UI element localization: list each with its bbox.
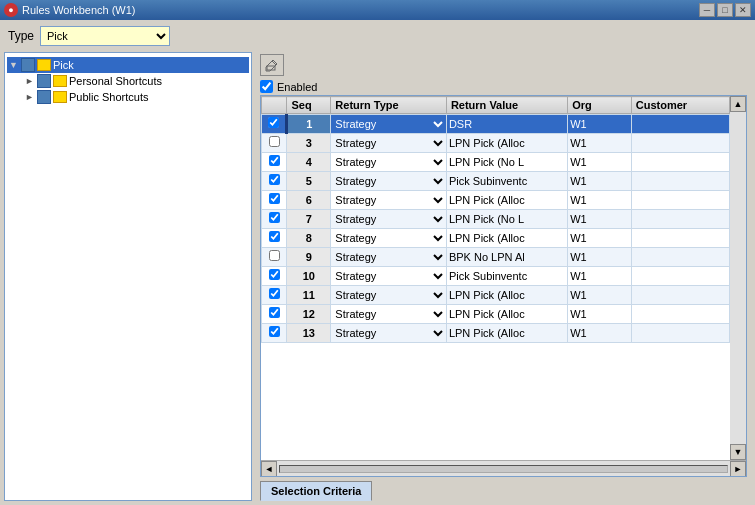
tree-panel: ▼ Pick ► Personal Shortcuts (5, 53, 251, 109)
row-checkbox[interactable] (269, 307, 280, 318)
tree-item-pick[interactable]: ▼ Pick (7, 57, 249, 73)
row-checkbox[interactable] (269, 212, 280, 223)
row-return-type[interactable]: Strategy (331, 153, 447, 172)
row-return-type[interactable]: Strategy (331, 210, 447, 229)
row-return-type[interactable]: Strategy (331, 248, 447, 267)
return-type-select[interactable]: Strategy (331, 172, 446, 190)
vertical-scrollbar[interactable]: ▲ ▼ (730, 96, 746, 460)
row-return-value: LPN Pick (Alloc (446, 305, 567, 324)
col-header-return-value[interactable]: Return Value (446, 97, 567, 114)
return-type-select[interactable]: Strategy (331, 191, 446, 209)
row-return-value: LPN Pick (Alloc (446, 191, 567, 210)
scroll-left-btn[interactable]: ◄ (261, 461, 277, 477)
tab-selection-criteria[interactable]: Selection Criteria (260, 481, 372, 501)
row-customer (631, 191, 729, 210)
tree-item-personal-label: Personal Shortcuts (69, 75, 162, 87)
row-seq: 12 (287, 305, 331, 324)
row-checkbox[interactable] (269, 250, 280, 261)
row-seq: 9 (287, 248, 331, 267)
main-window: Type Pick ▼ Pick ► (0, 20, 755, 505)
row-org: W1 (568, 134, 632, 153)
close-button[interactable]: ✕ (735, 3, 751, 17)
col-header-customer[interactable]: Customer (631, 97, 729, 114)
row-checkbox[interactable] (269, 193, 280, 204)
row-customer (631, 286, 729, 305)
tree-item-public-shortcuts[interactable]: ► Public Shortcuts (7, 89, 249, 105)
return-type-select[interactable]: Strategy (331, 153, 446, 171)
row-return-type[interactable]: Strategy (331, 191, 447, 210)
row-org: W1 (568, 153, 632, 172)
row-return-value: BPK No LPN Al (446, 248, 567, 267)
row-return-value: LPN Pick (No L (446, 153, 567, 172)
row-return-type[interactable]: Strategy (331, 134, 447, 153)
row-org: W1 (568, 248, 632, 267)
row-checkbox[interactable] (269, 174, 280, 185)
tree-item-personal-shortcuts[interactable]: ► Personal Shortcuts (7, 73, 249, 89)
row-return-type[interactable]: Strategy (331, 172, 447, 191)
row-checkbox[interactable] (268, 117, 279, 128)
row-return-type[interactable]: Strategy (331, 305, 447, 324)
horizontal-scrollbar[interactable]: ◄ ► (261, 460, 746, 476)
row-customer (631, 248, 729, 267)
row-checkbox[interactable] (269, 155, 280, 166)
return-type-select[interactable]: Strategy (331, 229, 446, 247)
return-type-select[interactable]: Strategy (331, 286, 446, 304)
row-checkbox[interactable] (269, 136, 280, 147)
row-org: W1 (568, 305, 632, 324)
row-return-type[interactable]: Strategy (331, 267, 447, 286)
return-type-select[interactable]: Strategy (331, 210, 446, 228)
table-row: 3 Strategy LPN Pick (Alloc W1 (262, 134, 730, 153)
row-return-type[interactable]: Strategy (331, 115, 447, 134)
return-type-select[interactable]: Strategy (331, 115, 446, 133)
row-seq: 8 (287, 229, 331, 248)
row-org: W1 (568, 267, 632, 286)
right-panel: Enabled (256, 52, 751, 501)
scroll-up-btn[interactable]: ▲ (730, 96, 746, 112)
return-type-select[interactable]: Strategy (331, 324, 446, 342)
row-return-type[interactable]: Strategy (331, 286, 447, 305)
col-header-org[interactable]: Org (568, 97, 632, 114)
title-bar: ● Rules Workbench (W1) ─ □ ✕ (0, 0, 755, 20)
title-bar-left: ● Rules Workbench (W1) (4, 3, 136, 17)
row-customer (631, 115, 729, 134)
row-seq: 4 (287, 153, 331, 172)
row-checkbox[interactable] (269, 269, 280, 280)
window-title: Rules Workbench (W1) (22, 4, 136, 16)
return-type-select[interactable]: Strategy (331, 134, 446, 152)
enabled-checkbox[interactable] (260, 80, 273, 93)
return-type-select[interactable]: Strategy (331, 305, 446, 323)
row-seq: 6 (287, 191, 331, 210)
minimize-button[interactable]: ─ (699, 3, 715, 17)
return-type-select[interactable]: Strategy (331, 248, 446, 266)
table-row: 5 Strategy Pick Subinventc W1 (262, 172, 730, 191)
row-org: W1 (568, 210, 632, 229)
row-customer (631, 210, 729, 229)
grid-body: 1 Strategy DSR W1 3 Strategy LPN Pick (A… (261, 114, 730, 460)
return-type-select[interactable]: Strategy (331, 267, 446, 285)
scroll-right-btn[interactable]: ► (730, 461, 746, 477)
row-return-value: LPN Pick (Alloc (446, 324, 567, 343)
col-header-seq: Seq (287, 97, 331, 114)
row-return-value: LPN Pick (Alloc (446, 229, 567, 248)
maximize-button[interactable]: □ (717, 3, 733, 17)
row-seq: 3 (287, 134, 331, 153)
table-row: 13 Strategy LPN Pick (Alloc W1 (262, 324, 730, 343)
row-org: W1 (568, 172, 632, 191)
row-return-type[interactable]: Strategy (331, 229, 447, 248)
row-checkbox[interactable] (269, 231, 280, 242)
row-return-value: LPN Pick (No L (446, 210, 567, 229)
row-return-type[interactable]: Strategy (331, 324, 447, 343)
row-checkbox[interactable] (269, 288, 280, 299)
edit-button[interactable] (260, 54, 284, 76)
title-bar-controls: ─ □ ✕ (699, 3, 751, 17)
col-header-return-type[interactable]: Return Type (331, 97, 447, 114)
scroll-down-btn[interactable]: ▼ (730, 444, 746, 460)
type-select[interactable]: Pick (40, 26, 170, 46)
grid-header-table: Seq Return Type Return Value Org Custome… (261, 96, 730, 114)
table-row: 7 Strategy LPN Pick (No L W1 (262, 210, 730, 229)
col-header-check (262, 97, 287, 114)
h-scroll-thumb (279, 465, 728, 473)
bottom-tabs: Selection Criteria (256, 477, 751, 501)
row-checkbox[interactable] (269, 326, 280, 337)
row-customer (631, 153, 729, 172)
